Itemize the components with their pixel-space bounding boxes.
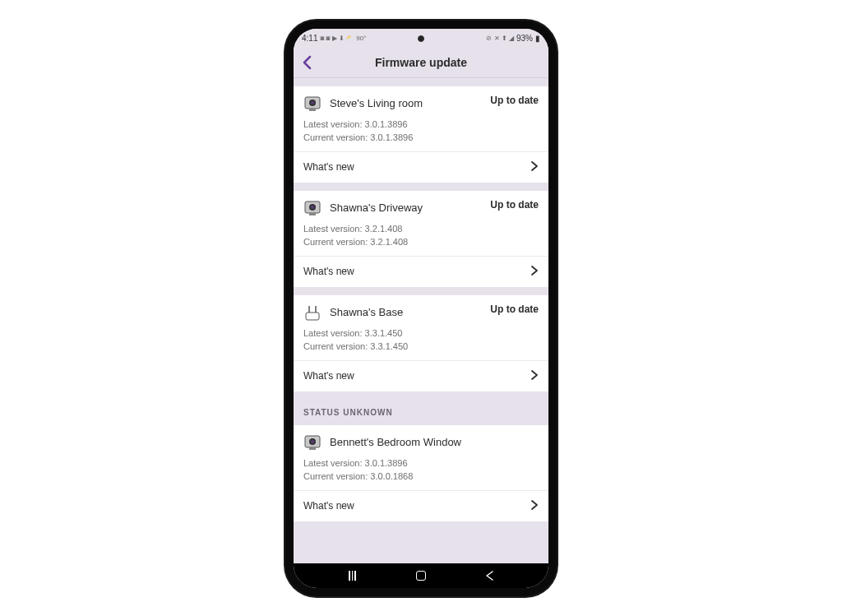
whats-new-button[interactable]: What's new [294,360,548,391]
camera-icon [303,433,322,452]
current-version: Current version: 3.0.0.1868 [303,470,539,484]
device-name: Steve's Living room [330,97,423,109]
current-version: Current version: 3.0.1.3896 [303,131,539,145]
phone-camera [418,35,424,42]
svg-rect-7 [309,213,316,215]
back-button[interactable] [302,55,318,70]
chevron-left-icon [302,55,312,70]
whats-new-label: What's new [303,266,354,277]
current-version: Current version: 3.3.1.450 [303,340,539,354]
content-scroll[interactable]: Steve's Living room Up to date Latest ve… [294,78,548,563]
screen: 4:11 ◙ ◙ ▶ ⬇ ⛅ 90° ⊘ ✕ ⬆ ◢ 93% ▮ Firmwar… [294,29,548,588]
status-icons-left: ◙ ◙ ▶ ⬇ ⛅ 90° [320,35,366,42]
whats-new-button[interactable]: What's new [294,256,548,287]
device-name: Bennett's Bedroom Window [330,436,461,448]
device-card-head: Shawna's Base Up to date Latest version:… [294,295,548,360]
latest-version: Latest version: 3.2.1.408 [303,222,539,236]
whats-new-label: What's new [303,370,354,382]
recent-apps-button[interactable] [336,571,369,581]
chevron-right-icon [530,160,539,174]
page-title: Firmware update [294,56,548,69]
android-nav-bar [294,563,548,588]
svg-point-13 [311,440,314,443]
chevron-right-icon [530,369,539,383]
device-card-head: Steve's Living room Up to date Latest ve… [294,86,548,151]
back-nav-button[interactable] [473,570,506,581]
latest-version: Latest version: 3.0.1.3896 [303,456,539,470]
chevron-right-icon [530,499,539,513]
svg-rect-8 [306,313,319,320]
device-card: Shawna's Driveway Up to date Latest vers… [294,191,548,287]
device-card: Bennett's Bedroom Window Latest version:… [294,425,548,521]
device-name: Shawna's Driveway [330,201,423,214]
device-card: Shawna's Base Up to date Latest version:… [294,295,548,391]
latest-version: Latest version: 3.0.1.3896 [303,118,539,132]
status-time: 4:11 [302,34,317,43]
device-card-head: Bennett's Bedroom Window Latest version:… [294,425,548,490]
device-card: Steve's Living room Up to date Latest ve… [294,86,548,183]
app-header: Firmware update [294,49,548,78]
whats-new-button[interactable]: What's new [294,151,548,183]
device-card-head: Shawna's Driveway Up to date Latest vers… [294,191,548,256]
device-status: Up to date [490,95,539,106]
camera-icon [303,199,322,217]
device-status: Up to date [490,303,539,315]
status-icons-right: ⊘ ✕ ⬆ ◢ [486,35,514,42]
device-name: Shawna's Base [330,306,403,318]
svg-rect-3 [309,109,316,111]
current-version: Current version: 3.2.1.408 [303,235,539,249]
chevron-right-icon [530,265,539,279]
whats-new-label: What's new [303,500,354,512]
device-status: Up to date [490,199,539,211]
section-status-unknown: STATUS UNKNOWN [294,400,548,425]
status-right: ⊘ ✕ ⬆ ◢ 93% ▮ [486,34,540,43]
svg-point-2 [311,101,314,104]
status-left: 4:11 ◙ ◙ ▶ ⬇ ⛅ 90° [302,34,366,43]
phone-frame: 4:11 ◙ ◙ ▶ ⬇ ⛅ 90° ⊘ ✕ ⬆ ◢ 93% ▮ Firmwar… [285,21,557,596]
svg-rect-14 [309,447,316,450]
camera-icon [303,95,322,113]
whats-new-label: What's new [303,161,354,173]
base-station-icon [303,303,322,322]
whats-new-button[interactable]: What's new [294,490,548,521]
latest-version: Latest version: 3.3.1.450 [303,327,539,340]
battery-icon: ▮ [535,34,540,43]
spacer [294,78,548,86]
status-battery: 93% [516,34,533,43]
home-button[interactable] [405,571,437,581]
svg-point-6 [311,206,314,209]
